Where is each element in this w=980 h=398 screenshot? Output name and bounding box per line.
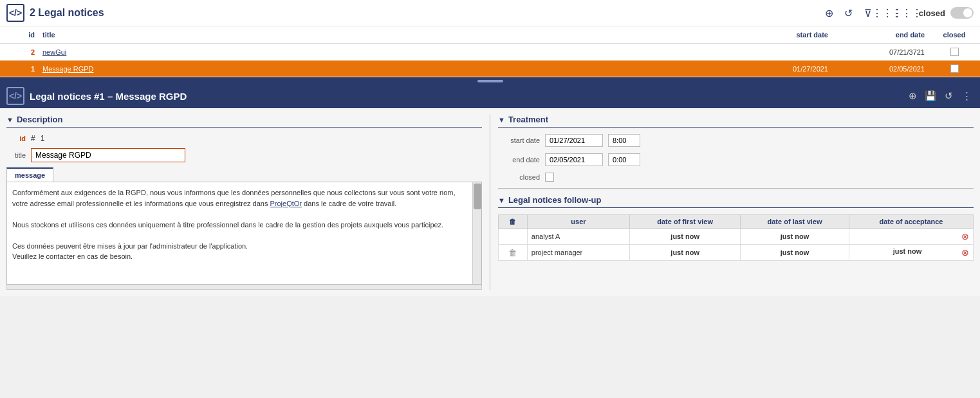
- col-closed: closed: [929, 29, 980, 41]
- trash-row-icon[interactable]: 🗑: [508, 248, 517, 258]
- row-start-date-selected: 01/27/2021: [716, 62, 832, 75]
- message-text-part2: dans le cadre de votre travail.Nous stoc…: [12, 200, 443, 261]
- view-icon[interactable]: ⋮⋮⋮: [900, 6, 914, 20]
- row-first-view: just now: [630, 229, 741, 245]
- row-acceptance-2: just now ⊗: [849, 245, 973, 261]
- closed-label: closed: [919, 8, 945, 18]
- message-tab[interactable]: message: [6, 167, 53, 182]
- detail-title: Legal notices #1 – Message RGPD: [30, 91, 187, 102]
- row-acceptance: ⊗: [849, 229, 973, 245]
- notifications-icon[interactable]: ⊕: [822, 6, 837, 20]
- top-header: </> 2 Legal notices ⊕ ↺ ⊽ ⋮⋮⋮ ⋮⋮⋮ closed: [0, 0, 980, 26]
- end-date-row: end date: [498, 153, 974, 166]
- end-date-input[interactable]: [545, 153, 603, 166]
- id-value: 1: [41, 134, 45, 143]
- closed-toggle[interactable]: [950, 7, 974, 19]
- description-section-label: Description: [17, 115, 63, 124]
- row-user: analyst A: [527, 229, 629, 245]
- message-tab-bar: message: [6, 167, 482, 182]
- end-time-input[interactable]: [608, 153, 640, 166]
- row-end-date-selected: 02/05/2021: [832, 62, 929, 75]
- message-area[interactable]: Conformément aux exigences de la RGPD, n…: [6, 182, 482, 285]
- row-user-2: project manager: [527, 245, 629, 261]
- col-start-date: start date: [716, 29, 832, 41]
- start-date-row: start date: [498, 134, 974, 147]
- followup-header-row: 🗑 user date of first view date of last v…: [499, 215, 974, 229]
- col-first-view: date of first view: [630, 215, 741, 229]
- col-title: title: [39, 29, 716, 41]
- message-resize-handle[interactable]: [6, 285, 482, 290]
- table-row[interactable]: 2 newGui 07/21/3721: [0, 44, 980, 61]
- title-input[interactable]: [31, 148, 185, 162]
- refresh-detail-icon[interactable]: ↺: [941, 89, 956, 103]
- table-row-selected[interactable]: 1 Message RGPD 01/27/2021 02/05/2021: [0, 61, 980, 77]
- closed-row: closed: [498, 173, 974, 182]
- followup-chevron-icon[interactable]: ▼: [498, 196, 505, 204]
- refresh-icon[interactable]: ↺: [842, 6, 856, 20]
- followup-row-2: 🗑 project manager just now just now just…: [499, 245, 974, 261]
- followup-table: 🗑 user date of first view date of last v…: [498, 214, 974, 261]
- first-view-value: just now: [670, 232, 699, 240]
- row-title-selected[interactable]: Message RGPD: [39, 62, 716, 75]
- more-icon[interactable]: ⋮: [959, 89, 974, 103]
- last-view-value: just now: [781, 232, 809, 240]
- row-start-date: [716, 50, 832, 55]
- detail-columns: ▼ Description id # 1 title message Confo…: [0, 108, 980, 296]
- treatment-chevron-icon[interactable]: ▼: [498, 116, 505, 124]
- scrollbar-thumb: [474, 184, 481, 209]
- start-date-label: start date: [498, 137, 540, 144]
- start-time-input[interactable]: [608, 134, 640, 147]
- col-user: user: [527, 215, 629, 229]
- detail-right: ▼ Treatment start date end date closed: [490, 115, 974, 290]
- title-label: title: [6, 151, 26, 159]
- closed-field-label: closed: [498, 173, 540, 181]
- title-row: title: [6, 148, 482, 162]
- row-end-date: 07/21/3721: [832, 46, 929, 59]
- col-trash: 🗑: [499, 215, 528, 229]
- table-header: id title start date end date closed: [0, 26, 980, 44]
- col-acceptance: date of acceptance: [849, 215, 973, 229]
- top-panel: </> 2 Legal notices ⊕ ↺ ⊽ ⋮⋮⋮ ⋮⋮⋮ closed…: [0, 0, 980, 79]
- closed-checkbox[interactable]: [545, 173, 554, 182]
- id-row: id # 1: [6, 134, 482, 143]
- first-view-value-2: just now: [670, 249, 699, 256]
- row-id-selected: 1: [0, 62, 39, 75]
- followup-row: analyst A just now just now ⊗: [499, 229, 974, 245]
- row-last-view-2: just now: [741, 245, 849, 261]
- page-icon: </>: [6, 4, 24, 22]
- divider-handle: [477, 80, 503, 82]
- row-trash-cell: [499, 229, 528, 245]
- message-scrollbar[interactable]: [472, 182, 481, 284]
- id-hash: #: [31, 134, 35, 143]
- description-chevron-icon[interactable]: ▼: [6, 116, 14, 124]
- remove-acceptance-icon[interactable]: ⊗: [961, 231, 969, 242]
- row-last-view: just now: [741, 229, 849, 245]
- followup-section: ▼ Legal notices follow-up 🗑 user date of…: [498, 195, 974, 261]
- col-id: id: [0, 29, 39, 41]
- bottom-header-left: </> Legal notices #1 – Message RGPD: [6, 87, 187, 105]
- row-first-view-2: just now: [630, 245, 741, 261]
- id-label: id: [6, 135, 26, 142]
- projeqtor-link[interactable]: ProjeQtOr: [270, 200, 302, 207]
- row-closed-checkbox[interactable]: [950, 48, 959, 56]
- col-end-date: end date: [832, 29, 929, 41]
- remove-acceptance-icon-2[interactable]: ⊗: [961, 247, 969, 258]
- detail-page-icon: </>: [6, 87, 24, 105]
- row-closed-cell: [929, 45, 980, 59]
- followup-section-header: ▼ Legal notices follow-up: [498, 195, 974, 208]
- row-closed-checkbox-selected[interactable]: [950, 64, 959, 73]
- last-view-value-2: just now: [781, 249, 809, 256]
- followup-section-label: Legal notices follow-up: [508, 195, 601, 205]
- start-date-input[interactable]: [545, 134, 603, 147]
- panel-divider[interactable]: [0, 79, 980, 84]
- acceptance-value-2: just now: [893, 247, 922, 255]
- treatment-section-label: Treatment: [508, 115, 548, 124]
- save-icon[interactable]: 💾: [923, 89, 938, 103]
- bottom-panel: </> Legal notices #1 – Message RGPD ⊕ 💾 …: [0, 84, 980, 296]
- add-icon[interactable]: ⊕: [905, 89, 920, 103]
- row-closed-cell-selected: [929, 62, 980, 75]
- top-header-left: </> 2 Legal notices: [6, 4, 104, 22]
- top-header-right: ⊕ ↺ ⊽ ⋮⋮⋮ ⋮⋮⋮ closed: [822, 6, 974, 20]
- row-title[interactable]: newGui: [39, 46, 716, 59]
- row-trash-cell-2[interactable]: 🗑: [499, 245, 528, 261]
